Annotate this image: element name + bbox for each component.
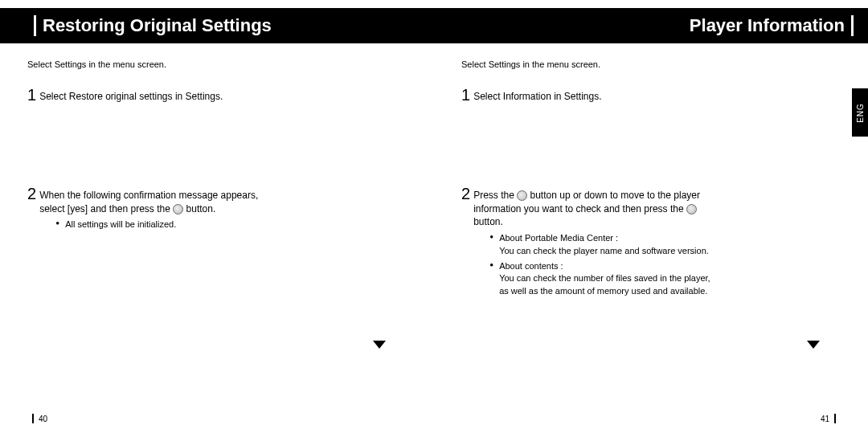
down-arrow-icon: [373, 341, 386, 349]
step-text: Press the button up or down to move to t…: [473, 186, 714, 300]
left-page: Select Settings in the menu screen. 1 Se…: [0, 43, 434, 433]
step-number: 1: [461, 87, 470, 103]
title-player-info: Player Information: [690, 15, 845, 36]
bullet-item: About Portable Media Center : You can ch…: [489, 232, 714, 257]
header-left: Restoring Original Settings: [27, 15, 272, 36]
page-spread: Select Settings in the menu screen. 1 Se…: [0, 43, 868, 433]
step2-part-c: button.: [473, 216, 503, 227]
left-step-1: 1 Select Restore original settings in Se…: [27, 87, 407, 104]
bullet-body: You can check the player name and softwa…: [499, 246, 709, 255]
divider-bar-icon: [851, 15, 854, 36]
step2-part-b: button.: [186, 203, 216, 214]
divider-bar-icon: [834, 414, 836, 423]
bullet-item: About contents : You can check the numbe…: [489, 260, 714, 297]
step2-part-a: When the following confirmation message …: [39, 190, 258, 214]
right-intro: Select Settings in the menu screen.: [461, 59, 841, 69]
bullet-list: About Portable Media Center : You can ch…: [489, 232, 714, 297]
step-number: 2: [461, 186, 470, 202]
step2-part-a: Press the: [473, 190, 514, 201]
round-button-icon: [173, 204, 183, 214]
divider-bar-icon: [32, 414, 34, 423]
pagenum-text: 41: [821, 415, 829, 423]
left-step-2: 2 When the following confirmation messag…: [27, 186, 407, 235]
right-step-1: 1 Select Information in Settings.: [461, 87, 841, 104]
round-button-icon: [686, 204, 697, 214]
down-arrow-icon: [807, 341, 820, 349]
step-number: 2: [27, 186, 36, 202]
title-restoring: Restoring Original Settings: [43, 15, 272, 36]
bullet-body: You can check the number of files saved …: [499, 273, 710, 295]
right-step-2: 2 Press the button up or down to move to…: [461, 186, 841, 300]
step-text: Select Information in Settings.: [473, 87, 601, 104]
bullet-item: All settings will be initialized.: [55, 219, 280, 231]
bullet-title: About Portable Media Center :: [499, 233, 618, 243]
right-page: Select Settings in the menu screen. 1 Se…: [434, 43, 868, 433]
page-number-left: 40: [27, 414, 47, 423]
pagenum-text: 40: [39, 415, 47, 423]
left-intro: Select Settings in the menu screen.: [27, 59, 407, 69]
step-number: 1: [27, 87, 36, 103]
step-text: Select Restore original settings in Sett…: [39, 87, 223, 104]
step-text: When the following confirmation message …: [39, 186, 280, 235]
header-right: Player Information: [690, 15, 860, 36]
document-header: Restoring Original Settings Player Infor…: [0, 8, 868, 43]
page-number-right: 41: [821, 414, 841, 423]
bullet-list: All settings will be initialized.: [55, 219, 280, 231]
divider-bar-icon: [34, 15, 36, 36]
bullet-title: About contents :: [499, 261, 563, 271]
round-button-icon: [517, 190, 527, 201]
